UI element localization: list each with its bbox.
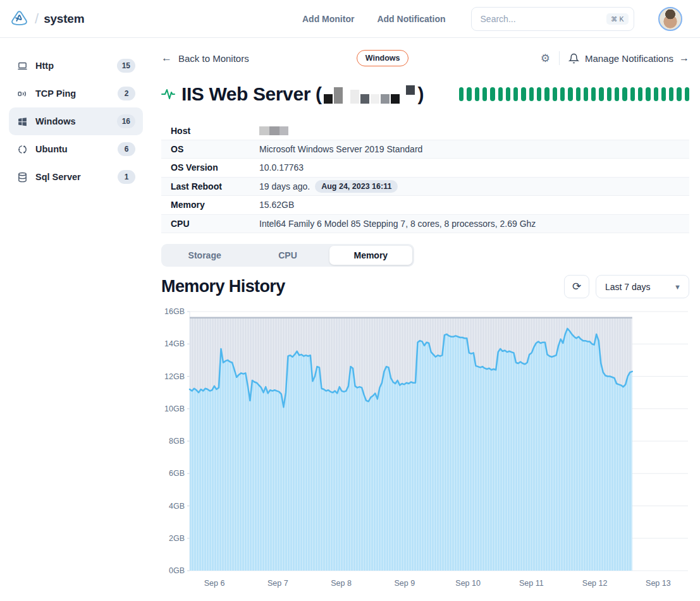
- time-range-value: Last 7 days: [605, 282, 651, 292]
- svg-text:8GB: 8GB: [169, 437, 185, 446]
- pulse-icon: [161, 87, 175, 101]
- metric-tabs: StorageCPUMemory: [161, 244, 414, 267]
- detail-value: 10.0.17763: [259, 162, 304, 173]
- back-label: Back to Monitors: [178, 53, 249, 64]
- status-bar: [475, 87, 479, 101]
- sidebar-item-count-badge: 1: [118, 170, 135, 184]
- status-bar: [544, 87, 549, 101]
- sidebar-item-label: TCP Ping: [35, 88, 110, 99]
- search-shortcut-kbd: ⌘ K: [606, 13, 628, 25]
- status-bar: [599, 87, 603, 101]
- sidebar-item-count-badge: 2: [118, 87, 135, 100]
- tab-memory[interactable]: Memory: [329, 246, 412, 265]
- tab-storage[interactable]: Storage: [163, 246, 246, 265]
- svg-text:4GB: 4GB: [169, 502, 185, 511]
- detail-label: CPU: [161, 219, 259, 229]
- windows-icon: [16, 116, 28, 127]
- sidebar-item-http[interactable]: Http15: [9, 52, 143, 80]
- sidebar-item-sql-server[interactable]: Sql Server1: [9, 163, 143, 191]
- status-bar: [521, 87, 525, 101]
- manage-label: Manage Notifications: [585, 53, 673, 64]
- search-box[interactable]: ⌘ K: [471, 7, 634, 31]
- manage-notifications-link[interactable]: Manage Notifications →: [568, 52, 689, 64]
- svg-text:2GB: 2GB: [169, 534, 185, 543]
- monitor-title: IIS Web Server ( ): [181, 83, 424, 105]
- main-content: ← Back to Monitors Windows ⚙ Manage Noti…: [152, 38, 700, 592]
- database-icon: [16, 172, 28, 183]
- monitor-title-suffix: ): [417, 83, 424, 105]
- laptop-icon: [16, 61, 28, 71]
- sidebar-item-windows[interactable]: Windows16: [9, 107, 143, 135]
- detail-label: Host: [161, 126, 259, 136]
- monitor-type-badge[interactable]: Windows: [357, 50, 409, 66]
- detail-row-cpu: CPUIntel64 Family 6 Model 85 Stepping 7,…: [161, 215, 689, 234]
- status-bar: [677, 87, 681, 101]
- svg-text:14GB: 14GB: [164, 339, 185, 348]
- status-bar: [537, 87, 541, 101]
- sidebar-item-tcp-ping[interactable]: TCP Ping2: [9, 80, 143, 107]
- status-bar: [591, 87, 596, 101]
- ubuntu-icon: [16, 144, 28, 155]
- detail-row-host: Host: [161, 121, 689, 140]
- svg-text:Sep 7: Sep 7: [267, 579, 288, 588]
- refresh-icon: ⟳: [572, 280, 581, 293]
- refresh-button[interactable]: ⟳: [564, 275, 589, 298]
- status-bar: [622, 87, 627, 101]
- redacted-host-value: [259, 126, 288, 135]
- svg-text:Sep 10: Sep 10: [455, 579, 481, 588]
- status-bar: [630, 87, 635, 101]
- svg-text:Sep 6: Sep 6: [204, 579, 225, 588]
- app-header: / system Add Monitor Add Notification ⌘ …: [0, 0, 700, 38]
- signal-icon: [16, 88, 28, 99]
- status-bar: [498, 87, 503, 101]
- back-arrow-icon: ←: [161, 52, 172, 64]
- detail-value: 15.62GB: [259, 200, 294, 210]
- status-bar: [482, 87, 487, 101]
- detail-row-os-version: OS Version10.0.17763: [161, 159, 689, 178]
- toolbar-right: ⚙ Manage Notifications →: [541, 51, 689, 65]
- detail-value: 19 days ago.: [259, 181, 310, 191]
- back-to-monitors-link[interactable]: ← Back to Monitors: [161, 52, 249, 64]
- time-range-select[interactable]: Last 7 days ▼: [596, 275, 689, 298]
- detail-row-os: OSMicrosoft Windows Server 2019 Standard: [161, 140, 689, 159]
- status-bar: [553, 87, 557, 101]
- uptime-status-bars: [459, 87, 689, 101]
- status-bar: [638, 87, 642, 101]
- monitor-title-row: IIS Web Server ( ): [161, 83, 689, 105]
- memory-chart-svg: 0GB2GB4GB6GB8GB10GB12GB14GB16GBSep 6Sep …: [161, 307, 689, 590]
- sidebar-item-ubuntu[interactable]: Ubuntu6: [9, 135, 143, 163]
- status-bar: [568, 87, 572, 101]
- detail-value: Microsoft Windows Server 2019 Standard: [259, 144, 422, 154]
- settings-gear-icon[interactable]: ⚙: [541, 53, 550, 64]
- section-title: Memory History: [161, 277, 285, 296]
- manage-arrow-icon: →: [679, 52, 689, 64]
- detail-row-memory: Memory15.62GB: [161, 196, 689, 215]
- bell-icon: [568, 53, 579, 64]
- status-bar: [615, 87, 619, 101]
- chart-controls: ⟳ Last 7 days ▼: [564, 275, 689, 298]
- chevron-down-icon: ▼: [674, 283, 681, 291]
- top-nav: Add Monitor Add Notification: [302, 14, 446, 24]
- status-bar: [669, 87, 673, 101]
- detail-label: OS: [161, 144, 259, 154]
- sidebar-item-label: Windows: [35, 116, 109, 126]
- toolbar-divider: [559, 51, 560, 65]
- tab-cpu[interactable]: CPU: [246, 246, 329, 265]
- status-bar: [506, 87, 510, 101]
- date-badge: Aug 24, 2023 16:11: [315, 180, 398, 193]
- status-bar: [467, 87, 471, 101]
- detail-label: OS Version: [161, 162, 259, 173]
- sidebar-item-label: Sql Server: [35, 172, 110, 182]
- status-bar: [685, 87, 689, 101]
- status-bar: [646, 87, 650, 101]
- brand[interactable]: / system: [9, 8, 152, 29]
- status-bar: [529, 87, 534, 101]
- add-monitor-link[interactable]: Add Monitor: [302, 14, 354, 24]
- svg-text:Sep 8: Sep 8: [331, 579, 352, 588]
- section-header: Memory History ⟳ Last 7 days ▼: [161, 275, 689, 298]
- status-bar: [654, 87, 658, 101]
- user-avatar[interactable]: [658, 7, 682, 31]
- search-input[interactable]: [481, 14, 607, 24]
- status-bar: [459, 87, 464, 101]
- add-notification-link[interactable]: Add Notification: [377, 14, 445, 24]
